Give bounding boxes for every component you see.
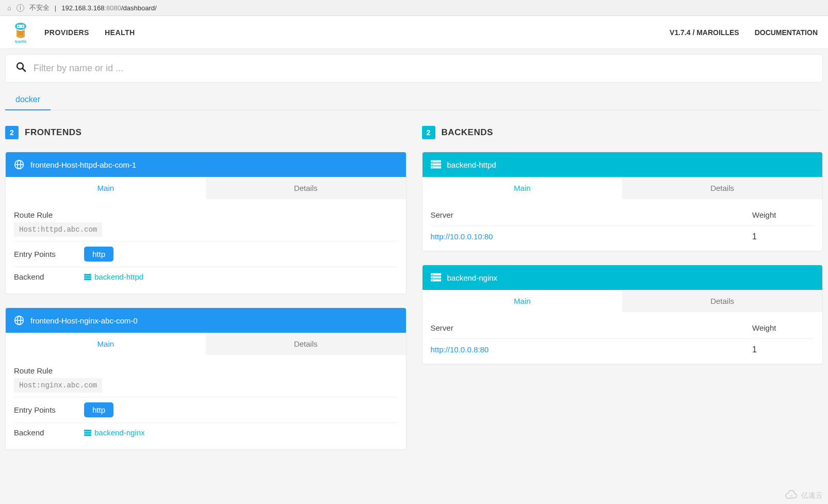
info-icon[interactable]: i xyxy=(17,4,24,12)
top-nav: træfik PROVIDERS HEALTH V1.7.4 / MAROILL… xyxy=(0,16,828,49)
backend-card-header: backend-httpd xyxy=(423,152,823,177)
entry-points-label: Entry Points xyxy=(14,250,63,258)
filter-box xyxy=(5,54,823,83)
security-label: 不安全 xyxy=(29,3,50,12)
backend-card: backend-httpd Main Details Server Weight… xyxy=(422,152,823,251)
nav-version[interactable]: V1.7.4 / MAROILLES xyxy=(670,28,739,37)
svg-point-26 xyxy=(432,167,433,168)
frontends-title: FRONTENDS xyxy=(25,127,82,138)
url-separator: | xyxy=(55,4,56,12)
svg-rect-12 xyxy=(84,274,91,275)
svg-rect-18 xyxy=(84,430,91,431)
backend-link-text: backend-nginx xyxy=(94,428,145,437)
svg-point-25 xyxy=(432,164,433,165)
globe-icon xyxy=(14,315,24,326)
frontends-column: 2 FRONTENDS frontend-Host-httpd-abc-com-… xyxy=(5,126,407,463)
server-icon xyxy=(84,274,91,280)
url-path: /dashboard/ xyxy=(121,4,157,12)
route-rule-label: Route Rule xyxy=(14,210,398,219)
svg-rect-4 xyxy=(18,31,23,32)
entry-points-label: Entry Points xyxy=(14,405,63,414)
tab-main[interactable]: Main xyxy=(6,333,206,355)
svg-rect-13 xyxy=(84,276,91,278)
browser-address-bar: ⌂ i 不安全 | 192.168.3.168:8080/dashboard/ xyxy=(0,0,828,16)
traefik-logo[interactable]: træfik xyxy=(10,21,31,44)
frontend-card: frontend-Host-httpd-abc-com-1 Main Detai… xyxy=(5,152,407,294)
backend-card-header: backend-nginx xyxy=(423,265,823,290)
svg-rect-5 xyxy=(18,34,23,35)
tab-details[interactable]: Details xyxy=(206,333,406,355)
backend-name: backend-nginx xyxy=(447,273,498,282)
table-row: http://10.0.0.8:80 1 xyxy=(431,339,815,356)
weight-header: Weight xyxy=(752,210,814,219)
home-icon[interactable]: ⌂ xyxy=(7,4,11,12)
provider-tabs: docker xyxy=(5,90,823,110)
svg-point-31 xyxy=(432,277,433,278)
svg-rect-14 xyxy=(84,278,91,280)
tab-details[interactable]: Details xyxy=(206,177,406,199)
tab-details[interactable]: Details xyxy=(622,290,822,312)
backend-name: backend-httpd xyxy=(447,160,496,169)
svg-line-8 xyxy=(23,69,25,71)
backend-label: Backend xyxy=(14,428,63,437)
backends-count-badge: 2 xyxy=(422,126,435,139)
nav-health[interactable]: HEALTH xyxy=(105,28,135,37)
weight-header: Weight xyxy=(752,323,814,332)
svg-rect-19 xyxy=(84,432,91,433)
nav-documentation[interactable]: DOCUMENTATION xyxy=(755,28,818,37)
svg-text:træfik: træfik xyxy=(15,39,27,44)
filter-input[interactable] xyxy=(34,63,812,74)
nav-providers[interactable]: PROVIDERS xyxy=(44,28,89,37)
svg-point-30 xyxy=(432,274,433,275)
svg-rect-20 xyxy=(84,434,91,435)
backends-title: BACKENDS xyxy=(442,127,493,138)
url[interactable]: 192.168.3.168:8080/dashboard/ xyxy=(61,4,156,12)
entry-point-pill: http xyxy=(84,247,113,262)
svg-point-2 xyxy=(18,25,19,27)
frontend-name: frontend-Host-nginx-abc-com-0 xyxy=(30,316,138,325)
tab-docker[interactable]: docker xyxy=(5,90,51,110)
route-rule-value: Host:nginx.abc.com xyxy=(14,378,102,393)
tab-main[interactable]: Main xyxy=(6,177,206,199)
weight-value: 1 xyxy=(752,232,814,241)
tab-main[interactable]: Main xyxy=(423,290,623,312)
svg-point-24 xyxy=(432,161,433,162)
globe-icon xyxy=(14,159,24,170)
frontend-name: frontend-Host-httpd-abc-com-1 xyxy=(30,160,136,169)
frontends-count-badge: 2 xyxy=(5,126,19,139)
table-row: http://10.0.0.10:80 1 xyxy=(431,226,815,243)
frontend-card-header: frontend-Host-httpd-abc-com-1 xyxy=(6,152,406,177)
backends-column: 2 BACKENDS backend-httpd Main Details Se… xyxy=(422,126,823,463)
backend-link-text: backend-httpd xyxy=(94,272,143,281)
server-icon xyxy=(84,430,91,436)
backend-link[interactable]: backend-nginx xyxy=(84,428,145,437)
server-link[interactable]: http://10.0.0.10:80 xyxy=(431,232,493,241)
svg-point-3 xyxy=(22,25,23,27)
server-icon xyxy=(431,159,441,170)
backend-label: Backend xyxy=(14,272,63,281)
svg-point-32 xyxy=(432,280,433,281)
entry-point-pill: http xyxy=(84,402,113,417)
server-icon xyxy=(431,272,441,283)
weight-value: 1 xyxy=(752,345,814,354)
url-host: 192.168.3.168 xyxy=(61,4,104,12)
server-header: Server xyxy=(431,323,453,332)
tab-main[interactable]: Main xyxy=(423,177,623,199)
route-rule-label: Route Rule xyxy=(14,366,398,375)
frontend-card-header: frontend-Host-nginx-abc-com-0 xyxy=(6,308,406,333)
route-rule-value: Host:httpd.abc.com xyxy=(14,222,102,237)
tab-details[interactable]: Details xyxy=(622,177,822,199)
backend-link[interactable]: backend-httpd xyxy=(84,272,143,281)
url-port: :8080 xyxy=(104,4,121,12)
server-link[interactable]: http://10.0.0.8:80 xyxy=(431,345,489,354)
server-header: Server xyxy=(431,210,453,219)
backend-card: backend-nginx Main Details Server Weight… xyxy=(422,265,823,364)
search-icon xyxy=(16,62,26,75)
frontend-card: frontend-Host-nginx-abc-com-0 Main Detai… xyxy=(5,307,407,450)
